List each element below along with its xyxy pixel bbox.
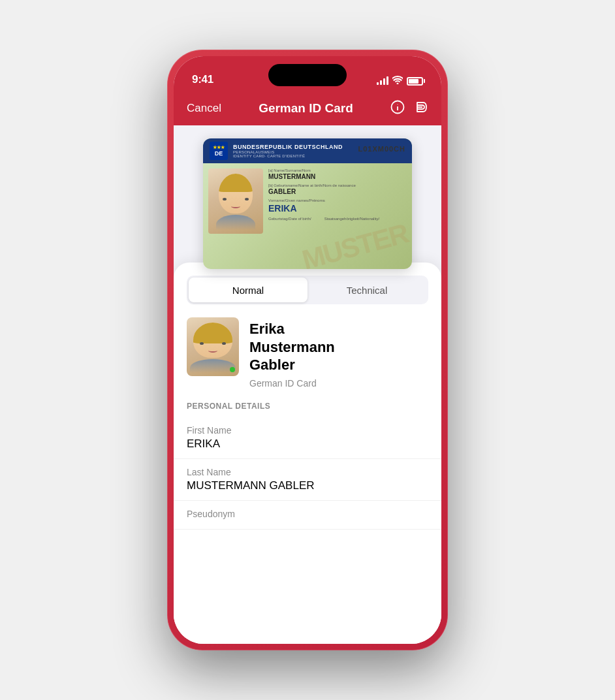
document-type: German ID Card bbox=[249, 378, 428, 389]
status-icons bbox=[377, 76, 423, 86]
nat-label: Staatsangehörigkeit/Nationality/ bbox=[324, 217, 379, 221]
card-title: BUNDESREPUBLIK DEUTSCHLAND bbox=[233, 144, 343, 150]
surname-label: [a] Name/Surname/Nom bbox=[268, 168, 407, 172]
battery-icon bbox=[407, 77, 423, 86]
given-name-label: Vorname/Given names/Prénoms bbox=[268, 199, 407, 202]
info-icon[interactable] bbox=[390, 100, 405, 118]
last-name-value: MUSTERMANN GABLER bbox=[187, 479, 428, 492]
first-name-value: ERIKA bbox=[187, 438, 428, 451]
profile-section: ErikaMustermannGabler German ID Card bbox=[174, 317, 441, 402]
status-bar: 9:41 bbox=[174, 56, 441, 91]
first-name-label: First Name bbox=[187, 425, 428, 436]
profile-info: ErikaMustermannGabler German ID Card bbox=[249, 317, 428, 389]
technical-tab[interactable]: Technical bbox=[308, 278, 426, 302]
pseudonym-label: Pseudonym bbox=[187, 509, 428, 519]
page-title: German ID Card bbox=[259, 101, 353, 116]
wifi-icon bbox=[392, 76, 403, 86]
id-card-image-area: ★★★ DE BUNDESREPUBLIK DEUTSCHLAND PERSON… bbox=[174, 125, 441, 269]
cancel-button[interactable]: Cancel bbox=[187, 102, 221, 115]
first-name-row: First Name ERIKA bbox=[174, 417, 441, 459]
profile-name: ErikaMustermannGabler bbox=[249, 320, 428, 374]
last-name-label: Last Name bbox=[187, 467, 428, 477]
card-subtitle2: IDENTITY CARD· CARTE D'IDENTITÉ bbox=[233, 154, 343, 158]
phone-frame: 9:41 Cancel Ge bbox=[167, 50, 448, 650]
pseudonym-row: Pseudonym bbox=[174, 501, 441, 530]
card-number: L01XM00CH bbox=[358, 145, 405, 153]
card-body: [a] Name/Surname/Nom MUSTERMANN [b] Gebu… bbox=[203, 163, 412, 269]
last-name-row: Last Name MUSTERMANN GABLER bbox=[174, 459, 441, 501]
id-card-visual: ★★★ DE BUNDESREPUBLIK DEUTSCHLAND PERSON… bbox=[203, 138, 412, 269]
birth-name-value: GABLER bbox=[268, 188, 407, 195]
surname-value: MUSTERMANN bbox=[268, 173, 407, 180]
normal-tab[interactable]: Normal bbox=[189, 278, 308, 302]
nav-actions bbox=[390, 100, 428, 118]
personal-details-header: PERSONAL DETAILS bbox=[174, 402, 441, 417]
svg-point-2 bbox=[397, 104, 398, 104]
dynamic-island bbox=[268, 64, 347, 86]
card-photo bbox=[208, 168, 263, 234]
segmented-control: Normal Technical bbox=[187, 276, 428, 304]
bottom-sheet: Normal Technical bbox=[174, 262, 441, 644]
signal-icon bbox=[377, 77, 388, 85]
verified-indicator bbox=[230, 367, 235, 372]
dob-label: Geburtstag/Date of birth/ bbox=[268, 217, 311, 221]
given-name-value: ERIKA bbox=[268, 203, 407, 214]
phone-screen: 9:41 Cancel Ge bbox=[174, 56, 441, 644]
card-photo-area bbox=[203, 163, 268, 269]
content-area: ★★★ DE BUNDESREPUBLIK DEUTSCHLAND PERSON… bbox=[174, 125, 441, 644]
profile-photo bbox=[187, 317, 239, 376]
eu-flag-icon: ★★★ DE bbox=[210, 142, 228, 160]
status-time: 9:41 bbox=[192, 73, 213, 86]
nfc-icon[interactable] bbox=[414, 100, 428, 118]
birth-name-label: [b] Geburtsname/Name at birth/Nom de nai… bbox=[268, 183, 407, 187]
navigation-bar: Cancel German ID Card bbox=[174, 91, 441, 125]
